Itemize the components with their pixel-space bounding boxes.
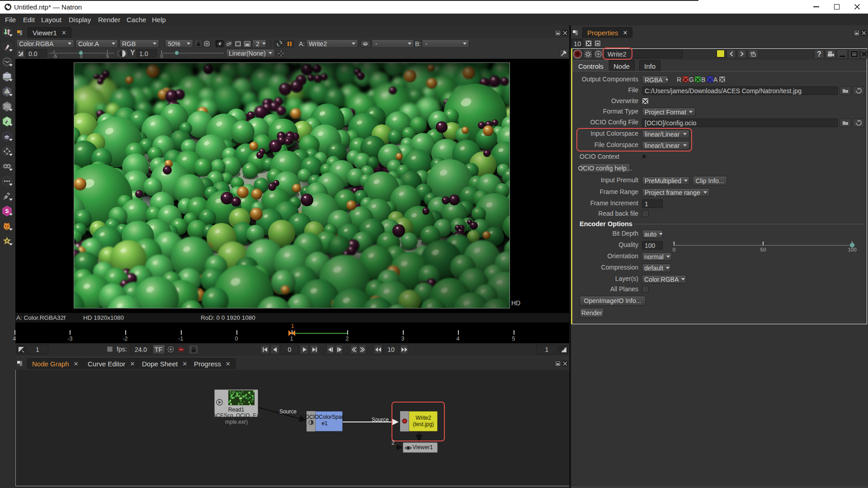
svg-text:S: S <box>5 208 9 214</box>
